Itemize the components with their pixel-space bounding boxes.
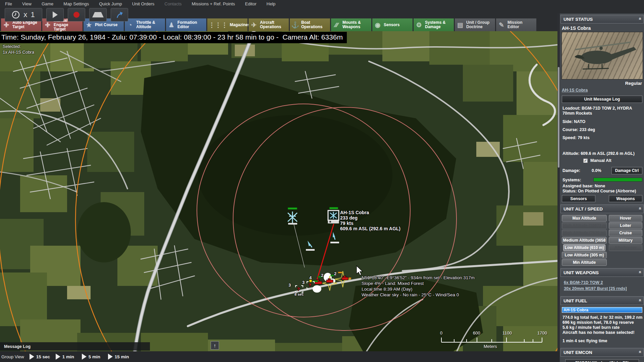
- step-play-icon[interactable]: [108, 354, 113, 360]
- throttle-altitude-button[interactable]: ◔Throttle & Altitude: [125, 18, 165, 31]
- scale-tick: 600: [473, 330, 480, 336]
- hover-button[interactable]: Hover: [609, 215, 642, 222]
- speed-step-15sec[interactable]: 15 sec: [36, 354, 54, 359]
- speed-step-1min[interactable]: 1 min: [62, 354, 80, 359]
- military-button[interactable]: Military: [609, 237, 642, 244]
- speed-step-15min[interactable]: 15 min: [115, 354, 132, 359]
- loadout-text: Loadout: BGM-71D TOW 2, HYDRA 70mm Rocke…: [562, 106, 642, 116]
- assigned-base-text: Assigned base: None: [562, 184, 605, 188]
- scale-tick: 1100: [502, 330, 512, 336]
- loiter-button[interactable]: Loiter: [609, 222, 642, 229]
- formation-editor-button[interactable]: ♟Formation Editor: [166, 18, 206, 31]
- medium-altitude-button[interactable]: Medium Altitude (3658: [562, 237, 607, 244]
- systems-damage-button[interactable]: ⚙Systems & Damage: [414, 18, 454, 31]
- step-play-icon[interactable]: [56, 354, 60, 360]
- speed-step-5min[interactable]: 5 min: [89, 354, 106, 359]
- pencil-icon: ✎: [497, 23, 505, 27]
- unit-altitude-label: 609.6 m ASL (292.6 m AGL): [340, 226, 400, 231]
- unit-message-log-button[interactable]: Unit Message Log: [562, 96, 642, 103]
- app-window: File View Game Map Settings Quick Jump U…: [0, 0, 644, 362]
- unit-emcon-header[interactable]: UNIT EMCON »: [560, 348, 644, 357]
- damage-ctrl-button[interactable]: Damage Ctrl: [611, 167, 642, 174]
- map-view-button[interactable]: [89, 8, 107, 21]
- boat-operations-button[interactable]: ⚓Boat Operations: [290, 18, 330, 31]
- menu-help[interactable]: Help: [262, 1, 281, 6]
- record-button[interactable]: [68, 8, 85, 21]
- jump-button[interactable]: [111, 8, 128, 21]
- menu-unit-orders[interactable]: Unit Orders: [127, 1, 159, 6]
- collapse-icon[interactable]: »: [637, 351, 642, 353]
- low-altitude-610-button[interactable]: Low Altitude (610 m): [563, 244, 605, 251]
- speed-text: Speed: 79 kts: [562, 135, 590, 140]
- menu-contacts: Contacts: [159, 1, 186, 6]
- unit-link[interactable]: AH-1S Cobra: [562, 88, 588, 93]
- menu-game[interactable]: Game: [37, 1, 58, 6]
- menu-editor[interactable]: Editor: [240, 1, 262, 6]
- min-altitude-button[interactable]: Min Altitude: [562, 259, 607, 266]
- boat-icon: ⚓: [291, 23, 299, 27]
- emcon-window-button[interactable]: EMCON Window (Ctrl + F9): [565, 359, 639, 362]
- up-arrow-icon: ↑: [214, 343, 216, 348]
- collapse-icon[interactable]: »: [637, 208, 642, 210]
- step-play-icon[interactable]: [82, 354, 87, 360]
- aircraft-operations-button[interactable]: ✈Aircraft Operations: [249, 18, 289, 31]
- unit-name-label: AH-1S Cobra: [340, 210, 400, 215]
- menu-map-settings[interactable]: Map Settings: [58, 1, 94, 6]
- menu-file[interactable]: File: [0, 1, 17, 6]
- cruise-button[interactable]: Cruise: [609, 230, 642, 236]
- waypoint-number: 3: [288, 283, 291, 288]
- waypoint-number: 2: [321, 273, 323, 278]
- unit-fuel-header[interactable]: UNIT FUEL »: [560, 296, 644, 305]
- step-play-icon[interactable]: [30, 354, 34, 360]
- scrollbar-thumb[interactable]: [558, 67, 559, 168]
- radar-icon: ◉: [374, 23, 382, 27]
- message-log-expand-button[interactable]: ↑: [211, 341, 219, 350]
- flight-time-text: 1 min 4 sec flying time: [562, 339, 607, 343]
- mounts-weapons-button[interactable]: ∕∕∕Mounts & Weapons: [331, 18, 371, 31]
- gauge-icon: ◔: [126, 23, 134, 27]
- unit-group-doctrine-button[interactable]: ▤Unit / Group Doctrine: [455, 18, 495, 31]
- unit-datablock: AH-1S Cobra 233 deg 79 kts 609.6 m ASL (…: [340, 210, 400, 231]
- scale-ticks: [439, 336, 550, 344]
- unknown-contact-mark: ?: [309, 283, 311, 288]
- waypoint-number: 4: [309, 275, 312, 280]
- clock-icon: [11, 10, 20, 19]
- map-terrain: [0, 31, 559, 362]
- map-plane-icon: [92, 12, 104, 17]
- sensors-panel-button[interactable]: Sensors: [562, 195, 595, 202]
- damage-label: Damage:: [562, 168, 580, 173]
- missiles-icon: ∕∕∕: [332, 23, 340, 27]
- group-view-button[interactable]: Group View: [0, 354, 28, 359]
- collapse-icon[interactable]: »: [637, 272, 642, 274]
- unit-alt-speed-header[interactable]: UNIT ALT / SPEED »: [560, 204, 644, 213]
- crosshair-manual-icon: ✚: [44, 23, 52, 27]
- weapons-panel-button[interactable]: Weapons: [609, 195, 642, 202]
- sensors-button[interactable]: ◉Sensors: [372, 18, 413, 31]
- fuel-unit-selected-row[interactable]: AH-1S Cobra: [562, 307, 642, 313]
- weapon-link-20mm[interactable]: 30x 20mm M197 Burst [25 rnds]: [564, 286, 627, 291]
- play-button[interactable]: [46, 8, 64, 21]
- fuel-details: 774.0 kg total fuel, 2 hr 32 min, 199.2 …: [562, 315, 644, 335]
- sidebar-scrollbar[interactable]: [557, 13, 560, 362]
- mission-editor-button[interactable]: ✎Mission Editor: [496, 18, 536, 31]
- weapon-link-tow[interactable]: 6x BGM-71D TOW 2: [564, 280, 603, 285]
- menu-bar: File View Game Map Settings Quick Jump U…: [0, 0, 644, 7]
- time-compression-button[interactable]: x 1: [5, 8, 42, 21]
- unit-speed-label: 79 kts: [340, 221, 400, 226]
- low-altitude-305-button[interactable]: Low Altitude (305 m): [562, 252, 607, 258]
- manual-alt-checkbox[interactable]: ✓: [583, 159, 588, 163]
- menu-view[interactable]: View: [17, 1, 37, 6]
- unit-weapons-header[interactable]: UNIT WEAPONS »: [560, 268, 644, 277]
- menu-missions-ref-points[interactable]: Missions + Ref. Points: [187, 1, 240, 6]
- map-canvas[interactable]: Time: Sunday, February 26, 1984 - Zulu: …: [0, 31, 559, 362]
- scale-tick: 0: [440, 330, 442, 336]
- manual-alt-row: ✓ Manual Alt: [583, 158, 611, 163]
- waypoint-number: 3: [302, 280, 305, 285]
- collapse-icon[interactable]: »: [637, 300, 642, 302]
- systems-label: Systems:: [562, 178, 581, 182]
- magazines-button[interactable]: ⋮⋮⋮Magazines: [207, 18, 248, 31]
- document-icon: ▤: [456, 23, 464, 27]
- menu-quick-jump[interactable]: Quick Jump: [94, 1, 127, 6]
- message-log-bar[interactable]: Message Log: [0, 342, 150, 351]
- max-altitude-button[interactable]: Max Altitude: [562, 215, 607, 222]
